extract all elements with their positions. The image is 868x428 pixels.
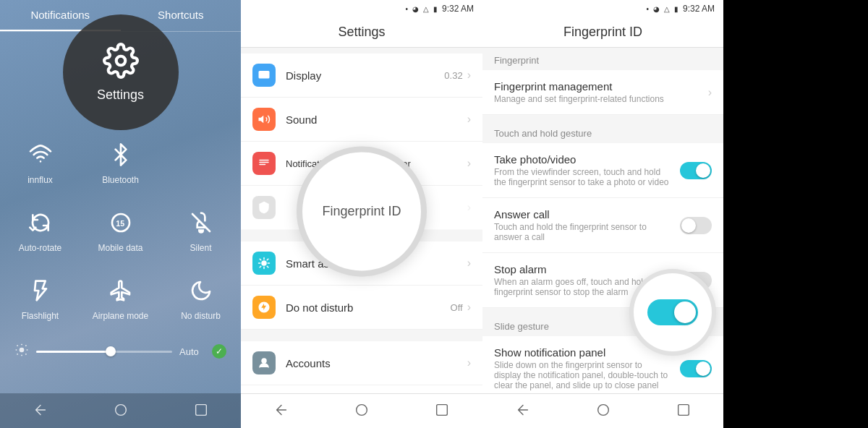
svg-point-7	[262, 261, 266, 265]
back-button[interactable]	[33, 402, 48, 420]
mobile-data-icon: 15	[105, 207, 137, 239]
settings-item-dnd[interactable]: Do not disturb Off ›	[241, 286, 482, 330]
panel2-navbar	[241, 393, 482, 428]
p3-status-bt: •	[646, 5, 649, 13]
settings-panel: • ◕ △ ▮ 9:32 AM Settings Display 0.32 › …	[241, 0, 482, 428]
chevron-notification: ›	[467, 157, 471, 170]
fp-notif-sub: Slide down on the fingerprint sensor to …	[494, 360, 671, 390]
brightness-auto-check[interactable]	[212, 344, 226, 359]
shortcut-innflux-label: innflux	[27, 175, 53, 185]
svg-rect-5	[195, 404, 206, 415]
chevron-dnd: ›	[467, 301, 471, 314]
sound-icon	[252, 108, 276, 131]
chevron-security: ›	[467, 201, 471, 214]
bluetooth-icon	[105, 139, 137, 171]
fp-management-title: Fingerprint management	[494, 80, 664, 93]
sound-label: Sound	[286, 114, 467, 126]
rotate-icon	[25, 207, 56, 239]
fp-photo-item: Take photo/video From the viewfinder scr…	[482, 143, 723, 198]
shortcut-airplane-label: Airplane mode	[93, 311, 148, 321]
back-button-p3[interactable]	[515, 402, 531, 420]
fingerprint-title: Fingerprint ID	[482, 17, 723, 48]
fp-management-sub: Manage and set fingerprint-related funct…	[494, 94, 664, 104]
fp-answer-item: Answer call Touch and hold the fingerpri…	[482, 198, 723, 253]
dnd-label: Do not disturb	[286, 301, 451, 314]
fp-photo-title: Take photo/video	[494, 153, 671, 166]
shortcut-autorotate[interactable]: Auto-rotate	[0, 194, 80, 262]
recents-button[interactable]	[193, 402, 209, 420]
fp-notif-title: Show notification panel	[494, 346, 671, 359]
shortcut-nodisturb-label: No disturb	[181, 311, 221, 321]
recents-button-p2[interactable]	[434, 402, 450, 420]
chevron-display: ›	[467, 69, 471, 82]
shortcut-placeholder	[161, 126, 241, 194]
shortcut-flashlight[interactable]: Flashlight	[0, 262, 80, 330]
dnd-value: Off	[451, 302, 463, 313]
display-label: Display	[286, 69, 444, 82]
brightness-icon	[14, 343, 29, 360]
accounts-label: Accounts	[286, 357, 467, 369]
status-bluetooth-icon: •	[405, 5, 408, 13]
section-touch-header: Touch and hold gesture	[482, 121, 723, 143]
settings-item-accounts[interactable]: Accounts ›	[241, 341, 482, 385]
fingerprint-overlay-label: Fingerprint ID	[322, 204, 401, 219]
fp-photo-toggle[interactable]	[680, 162, 712, 179]
shortcut-airplane[interactable]: Airplane mode	[80, 262, 161, 330]
fp-notif-toggle[interactable]	[680, 360, 712, 377]
home-button-p2[interactable]	[354, 402, 370, 420]
shortcut-silent[interactable]: Silent	[161, 194, 241, 262]
gear-icon	[103, 43, 139, 82]
chevron-smart: ›	[467, 257, 471, 270]
status-time: 9:32 AM	[442, 4, 474, 14]
settings-overlay-circle[interactable]: Settings	[63, 14, 179, 130]
notifications-panel: Notifications Shortcuts Settings innflux…	[0, 0, 241, 428]
home-button-p3[interactable]	[595, 402, 611, 420]
brightness-slider[interactable]	[36, 351, 172, 353]
shortcut-mobiledata[interactable]: 15 Mobile data	[80, 194, 161, 262]
svg-rect-12	[678, 405, 689, 416]
shortcut-bluetooth[interactable]: Bluetooth	[80, 126, 161, 194]
flashlight-icon	[25, 275, 56, 307]
p3-status-batt: ▮	[674, 5, 678, 13]
settings-title: Settings	[241, 17, 482, 48]
panel1-navbar	[0, 393, 241, 428]
settings-item-display[interactable]: Display 0.32 ›	[241, 54, 482, 98]
svg-rect-6	[259, 71, 270, 79]
recents-button-p3[interactable]	[676, 402, 692, 420]
shortcut-innflux[interactable]: innflux	[0, 126, 80, 194]
svg-point-9	[357, 405, 367, 416]
fp-photo-sub: From the viewfinder screen, touch and ho…	[494, 167, 671, 187]
p3-status-sig: ◕	[653, 5, 660, 13]
fp-management-item[interactable]: Fingerprint management Manage and set fi…	[482, 70, 723, 115]
display-icon	[252, 64, 276, 87]
p3-status-time: 9:32 AM	[683, 4, 715, 14]
shortcut-autorotate-label: Auto-rotate	[19, 243, 61, 253]
fp-alarm-title: Stop alarm	[494, 263, 671, 275]
wifi-icon	[25, 139, 56, 171]
panel3-status-bar: • ◕ △ ▮ 9:32 AM	[482, 0, 723, 17]
svg-text:15: 15	[116, 219, 124, 228]
status-bar: • ◕ △ ▮ 9:32 AM	[241, 0, 482, 17]
big-toggle-switch[interactable]	[647, 299, 698, 325]
status-wifi-icon: △	[423, 5, 429, 13]
chevron-accounts: ›	[467, 356, 471, 369]
airplane-icon	[105, 275, 137, 307]
fp-answer-toggle[interactable]	[680, 217, 712, 234]
status-battery-icon: ▮	[433, 5, 438, 13]
shortcut-nodisturb[interactable]: No disturb	[161, 262, 241, 330]
shortcut-bluetooth-label: Bluetooth	[102, 175, 139, 185]
accounts-icon	[252, 351, 276, 374]
home-button[interactable]	[113, 402, 129, 420]
shortcut-flashlight-label: Flashlight	[22, 311, 59, 321]
shortcuts-grid: innflux Bluetooth Auto-rotate 15 Mobile …	[0, 119, 241, 337]
shortcut-mobiledata-label: Mobile data	[98, 243, 142, 253]
panel3-navbar	[482, 393, 723, 428]
fingerprint-management-list: Fingerprint management Manage and set fi…	[482, 70, 723, 115]
fingerprint-panel: • ◕ △ ▮ 9:32 AM Fingerprint ID Fingerpri…	[482, 0, 723, 428]
section-fingerprint-header: Fingerprint	[482, 48, 723, 70]
settings-item-sound[interactable]: Sound ›	[241, 98, 482, 142]
dnd-icon	[252, 296, 276, 319]
back-button-p2[interactable]	[273, 402, 289, 420]
chevron-fp-mgmt: ›	[708, 86, 712, 99]
silent-icon	[185, 207, 217, 239]
